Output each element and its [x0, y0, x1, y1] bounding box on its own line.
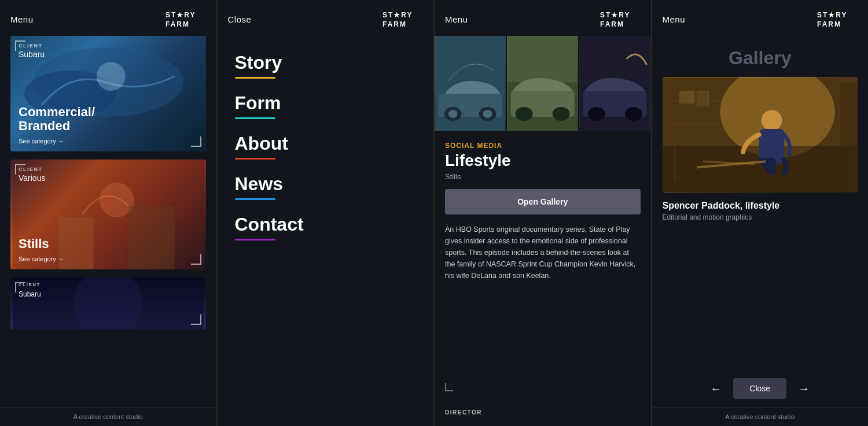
svg-point-19	[448, 110, 458, 118]
footer-gallery: A creative content studio	[652, 407, 869, 426]
svg-text:FARM: FARM	[382, 20, 407, 28]
logo-article: ST★RY FARM	[600, 9, 641, 29]
card-title-commercial: Commercial/Branded	[19, 105, 95, 133]
client-name-commercial: Subaru	[19, 50, 45, 59]
open-gallery-button[interactable]: Open Gallery	[445, 189, 641, 214]
header-article: Menu ST★RY FARM	[435, 0, 651, 36]
svg-rect-40	[679, 92, 694, 103]
prev-arrow-button[interactable]: ←	[705, 380, 726, 398]
car-photo-3	[579, 36, 650, 131]
article-title: Lifestyle	[445, 152, 641, 170]
article-body: An HBO Sports original documentary serie…	[445, 224, 641, 281]
svg-text:FARM: FARM	[165, 20, 190, 28]
gallery-navigation: ← Close →	[652, 370, 869, 407]
gallery-title: Gallery	[652, 36, 869, 77]
svg-text:FARM: FARM	[817, 20, 841, 28]
menu-item-about[interactable]: About	[235, 128, 417, 160]
photo-cell-1	[435, 36, 506, 131]
photo-grid	[435, 36, 651, 131]
header-menu: Close ST★RY FARM	[218, 0, 434, 36]
gallery-image-svg	[663, 77, 858, 192]
close-gallery-button[interactable]: Close	[733, 378, 786, 399]
article-subtitle: Stills	[445, 172, 641, 181]
gallery-main-image	[663, 77, 858, 192]
corner-br-stills	[191, 254, 201, 265]
gallery-caption-title: Spencer Paddock, lifestyle	[663, 201, 858, 211]
card-stills[interactable]: CLIENT Various Stills See category →	[10, 160, 206, 269]
screen-home: Menu ST★RY FARM CLIENT	[0, 0, 218, 426]
article-content: Social Media Lifestyle Stills Open Galle…	[435, 131, 651, 426]
card-link-commercial[interactable]: See category →	[19, 138, 64, 145]
svg-rect-37	[840, 83, 858, 192]
logo-menu: ST★RY FARM	[382, 9, 423, 29]
client-name-stills: Various	[19, 173, 45, 183]
logo-svg-article: ST★RY FARM	[600, 9, 641, 29]
svg-text:ST★RY: ST★RY	[382, 11, 413, 19]
menu-button[interactable]: Menu	[10, 14, 34, 24]
card-preview[interactable]: CLIENT Subaru	[10, 277, 206, 329]
menu-underline-news	[235, 198, 275, 200]
menu-underline-form	[235, 117, 275, 119]
logo-svg-menu: ST★RY FARM	[382, 9, 423, 29]
svg-point-10	[73, 277, 143, 329]
article-category: Social Media	[445, 142, 641, 150]
svg-text:ST★RY: ST★RY	[600, 11, 631, 19]
menu-list: Story Form About News Contact	[218, 36, 434, 426]
card-commercial[interactable]: CLIENT Subaru Commercial/Branded See cat…	[10, 36, 206, 151]
client-label-commercial: CLIENT	[19, 43, 43, 49]
menu-underline-story	[235, 77, 275, 79]
menu-button-article[interactable]: Menu	[445, 14, 468, 24]
gallery-caption-sub: Editorial and motion graphics	[663, 213, 858, 221]
car-photo-2	[507, 36, 578, 131]
menu-item-form[interactable]: Form	[235, 88, 417, 119]
logo-svg-gallery: ST★RY FARM	[817, 9, 858, 29]
header-gallery: Menu ST★RY FARM	[652, 0, 869, 36]
menu-label-news: News	[235, 169, 417, 198]
menu-label-story: Story	[235, 47, 417, 77]
menu-label-form: Form	[235, 88, 417, 117]
svg-rect-8	[128, 206, 175, 269]
article-corner-decoration	[445, 383, 453, 391]
screen-menu: Close ST★RY FARM Story Form About	[218, 0, 435, 426]
svg-text:ST★RY: ST★RY	[817, 11, 848, 19]
svg-point-29	[625, 107, 642, 121]
corner-br-preview	[191, 314, 201, 325]
director-label: DIRECTOR	[445, 409, 482, 416]
svg-point-24	[516, 107, 533, 121]
svg-text:FARM: FARM	[600, 20, 624, 28]
screen-gallery: Menu ST★RY FARM Gallery	[652, 0, 869, 426]
menu-label-about: About	[235, 128, 417, 158]
next-arrow-button[interactable]: →	[793, 380, 814, 398]
gallery-caption: Spencer Paddock, lifestyle Editorial and…	[652, 192, 869, 370]
header-home: Menu ST★RY FARM	[0, 0, 216, 36]
menu-item-contact[interactable]: Contact	[235, 209, 417, 240]
client-name-preview: Subaru	[19, 290, 41, 298]
photo-cell-3	[579, 36, 650, 131]
menu-button-gallery[interactable]: Menu	[663, 14, 686, 24]
footer-home: A creative content studio	[0, 407, 216, 426]
svg-point-4	[97, 62, 126, 91]
menu-underline-contact	[235, 239, 275, 240]
client-label-preview: CLIENT	[19, 282, 41, 287]
logo-home: ST★RY FARM	[165, 9, 206, 29]
logo-gallery: ST★RY FARM	[817, 9, 858, 29]
svg-point-28	[588, 107, 605, 121]
svg-point-25	[553, 107, 570, 121]
corner-br-commercial	[191, 136, 201, 147]
svg-point-20	[483, 110, 492, 118]
car-photo-1	[435, 36, 506, 131]
svg-rect-36	[674, 89, 675, 181]
logo-svg: ST★RY FARM	[165, 9, 206, 29]
screen-article: Menu ST★RY FARM	[435, 0, 652, 426]
menu-item-story[interactable]: Story	[235, 47, 417, 79]
client-label-stills: CLIENT	[19, 166, 43, 172]
card-title-stills: Stills	[19, 237, 49, 251]
menu-label-contact: Contact	[235, 209, 417, 239]
close-button[interactable]: Close	[228, 14, 252, 24]
card-link-stills[interactable]: See category →	[19, 255, 64, 262]
svg-rect-41	[697, 92, 708, 106]
photo-cell-2	[507, 36, 578, 131]
svg-text:ST★RY: ST★RY	[165, 11, 196, 19]
svg-point-42	[761, 110, 782, 131]
menu-item-news[interactable]: News	[235, 169, 417, 200]
